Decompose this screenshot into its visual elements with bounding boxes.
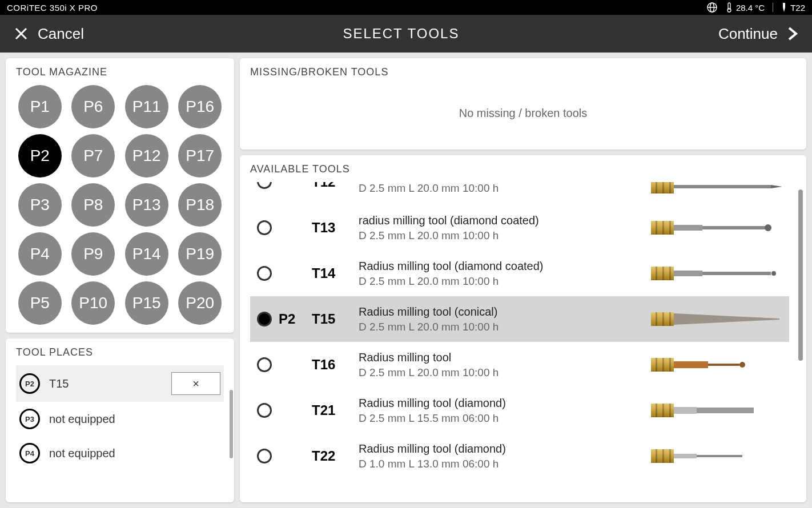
tool-id: T14 <box>312 265 352 281</box>
tool-row-t12[interactable]: T12D 2.5 mm L 20.0 mm 10:00 h <box>250 182 789 205</box>
tool-image <box>651 307 782 332</box>
magazine-slot-p19[interactable]: P19 <box>178 232 222 276</box>
tool-radio[interactable] <box>257 312 272 326</box>
available-tools-title: AVAILABLE TOOLS <box>250 163 789 175</box>
magazine-slot-p18[interactable]: P18 <box>178 183 222 227</box>
tool-radio[interactable] <box>257 266 272 281</box>
svg-rect-19 <box>662 221 664 235</box>
svg-rect-48 <box>656 404 657 417</box>
tool-spec: D 2.5 mm L 20.0 mm 10:00 h <box>359 229 644 242</box>
svg-rect-21 <box>674 225 702 231</box>
place-row-p3[interactable]: P3not equipped <box>16 402 224 436</box>
magazine-slot-p10[interactable]: P10 <box>71 281 115 325</box>
tool-image <box>651 444 782 469</box>
tool-row-t15[interactable]: P2T15Radius milling tool (conical)D 2.5 … <box>250 296 789 342</box>
magazine-slot-p16[interactable]: P16 <box>178 85 222 128</box>
tool-row-t13[interactable]: T13radius milling tool (diamond coated)D… <box>250 205 789 251</box>
available-scrollbar[interactable] <box>798 190 803 361</box>
tool-row-t21[interactable]: T21Radius milling tool (diamond)D 2.5 mm… <box>250 388 789 433</box>
tool-spec: D 2.5 mm L 20.0 mm 10:00 h <box>359 275 644 288</box>
svg-rect-40 <box>656 358 657 372</box>
tool-indicator: T22 <box>781 2 805 13</box>
status-right: 28.4 °C T22 <box>706 2 805 13</box>
missing-tools-panel: MISSING/BROKEN TOOLS No missing / broken… <box>240 58 806 150</box>
magazine-slot-p13[interactable]: P13 <box>125 183 168 227</box>
tool-row-t14[interactable]: T14Radius milling tool (diamond coated)D… <box>250 251 789 296</box>
remove-place-button[interactable]: × <box>171 372 220 395</box>
tool-radio[interactable] <box>257 449 272 463</box>
tool-id: T15 <box>312 311 352 327</box>
tool-radio[interactable] <box>257 403 272 418</box>
place-row-p2[interactable]: P2T15× <box>16 365 224 402</box>
tool-spec: D 2.5 mm L 20.0 mm 10:00 h <box>359 182 644 195</box>
tool-description: Radius milling tool (diamond coated)D 2.… <box>359 260 644 288</box>
place-row-p4[interactable]: P4not equipped <box>16 436 224 470</box>
cancel-label: Cancel <box>38 25 84 43</box>
tool-id: T21 <box>312 402 352 418</box>
svg-point-31 <box>771 271 776 276</box>
svg-rect-30 <box>702 272 771 275</box>
magazine-slot-p9[interactable]: P9 <box>71 232 115 276</box>
tool-radio[interactable] <box>257 220 272 235</box>
magazine-slot-p1[interactable]: P1 <box>18 85 62 128</box>
missing-tools-message: No missing / broken tools <box>250 85 796 142</box>
temperature-value: 28.4 °C <box>736 3 765 13</box>
magazine-slot-p20[interactable]: P20 <box>178 281 222 325</box>
tool-row-t22[interactable]: T22Radius milling tool (diamond)D 1.0 mm… <box>250 433 789 479</box>
magazine-slot-p5[interactable]: P5 <box>18 281 62 325</box>
close-icon <box>14 26 29 41</box>
cancel-button[interactable]: Cancel <box>14 25 84 43</box>
continue-button[interactable]: Continue <box>718 25 798 43</box>
tool-name: Radius milling tool (diamond coated) <box>359 260 644 273</box>
magazine-slot-p12[interactable]: P12 <box>125 134 168 178</box>
places-scrollbar[interactable] <box>230 390 233 458</box>
tool-row-t16[interactable]: T16Radius milling toolD 2.5 mm L 20.0 mm… <box>250 342 789 388</box>
tool-image <box>651 215 782 240</box>
tool-places-panel: TOOL PLACES P2T15×P3not equippedP4not eq… <box>6 338 234 502</box>
magazine-slot-p4[interactable]: P4 <box>18 232 62 276</box>
magazine-slot-p7[interactable]: P7 <box>71 134 115 178</box>
magazine-slot-p15[interactable]: P15 <box>125 281 168 325</box>
svg-rect-11 <box>656 182 657 193</box>
network-icon[interactable] <box>706 2 718 13</box>
tool-position: P2 <box>279 311 305 327</box>
tool-image <box>651 261 782 286</box>
magazine-slot-p14[interactable]: P14 <box>125 232 168 276</box>
place-label: not equipped <box>49 413 220 426</box>
magazine-slot-p8[interactable]: P8 <box>71 183 115 227</box>
tool-radio[interactable] <box>257 357 272 372</box>
magazine-grid: P1P6P11P16P2P7P12P17P3P8P13P18P4P9P14P19… <box>16 85 224 325</box>
tool-magazine-title: TOOL MAGAZINE <box>16 66 224 78</box>
svg-rect-22 <box>702 226 765 229</box>
tool-description: radius milling tool (diamond coated)D 2.… <box>359 214 644 242</box>
svg-rect-55 <box>656 449 657 463</box>
tool-description: D 2.5 mm L 20.0 mm 10:00 h <box>359 182 644 195</box>
tool-spec: D 1.0 mm L 13.0 mm 06:00 h <box>359 458 644 470</box>
magazine-slot-p2[interactable]: P2 <box>18 134 62 178</box>
svg-rect-20 <box>669 221 671 235</box>
svg-rect-58 <box>674 454 697 458</box>
page-title: SELECT TOOLS <box>343 26 459 42</box>
tools-list: T12D 2.5 mm L 20.0 mm 10:00 hT13radius m… <box>250 182 789 479</box>
place-badge: P2 <box>19 373 40 394</box>
tool-spec: D 2.5 mm L 20.0 mm 10:00 h <box>359 366 644 379</box>
place-label: not equipped <box>49 447 220 460</box>
tool-places-title: TOOL PLACES <box>16 346 224 358</box>
left-column: TOOL MAGAZINE P1P6P11P16P2P7P12P17P3P8P1… <box>6 58 234 502</box>
svg-rect-35 <box>662 312 664 326</box>
tool-indicator-value: T22 <box>790 3 805 13</box>
magazine-slot-p6[interactable]: P6 <box>71 85 115 128</box>
svg-rect-29 <box>674 271 702 276</box>
magazine-slot-p11[interactable]: P11 <box>125 85 168 128</box>
tool-radio[interactable] <box>257 182 272 189</box>
places-list: P2T15×P3not equippedP4not equipped <box>16 365 224 470</box>
tool-description: Radius milling tool (conical)D 2.5 mm L … <box>359 305 644 333</box>
tool-description: Radius milling toolD 2.5 mm L 20.0 mm 10… <box>359 351 644 379</box>
tool-magazine-panel: TOOL MAGAZINE P1P6P11P16P2P7P12P17P3P8P1… <box>6 58 234 333</box>
tool-image <box>651 182 782 199</box>
svg-rect-49 <box>662 404 664 417</box>
tool-spec: D 2.5 mm L 15.5 mm 06:00 h <box>359 412 644 425</box>
magazine-slot-p17[interactable]: P17 <box>178 134 222 178</box>
magazine-slot-p3[interactable]: P3 <box>18 183 62 227</box>
svg-marker-37 <box>674 313 779 325</box>
